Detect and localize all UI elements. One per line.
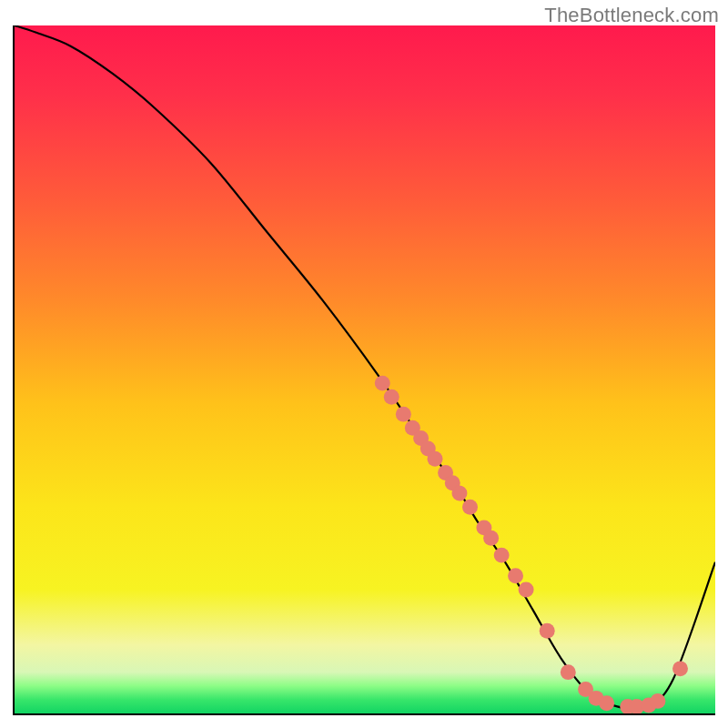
watermark-text: TheBottleneck.com — [544, 4, 719, 27]
data-marker — [384, 389, 399, 405]
data-marker — [561, 664, 576, 680]
chart-stage: TheBottleneck.com — [0, 0, 728, 728]
data-marker — [462, 500, 478, 515]
data-marker — [428, 451, 443, 467]
markers-group — [375, 376, 688, 713]
data-marker — [375, 376, 390, 391]
data-marker — [483, 531, 499, 546]
data-marker — [508, 568, 523, 583]
data-marker — [599, 695, 614, 711]
plot-area — [13, 25, 715, 715]
chart-svg — [15, 25, 715, 713]
data-marker — [519, 581, 534, 597]
data-marker — [451, 486, 467, 501]
data-marker — [540, 623, 555, 639]
data-marker — [672, 661, 688, 676]
data-marker — [494, 548, 510, 563]
data-marker — [650, 693, 665, 709]
curve-line — [15, 25, 715, 709]
data-marker — [396, 407, 411, 422]
